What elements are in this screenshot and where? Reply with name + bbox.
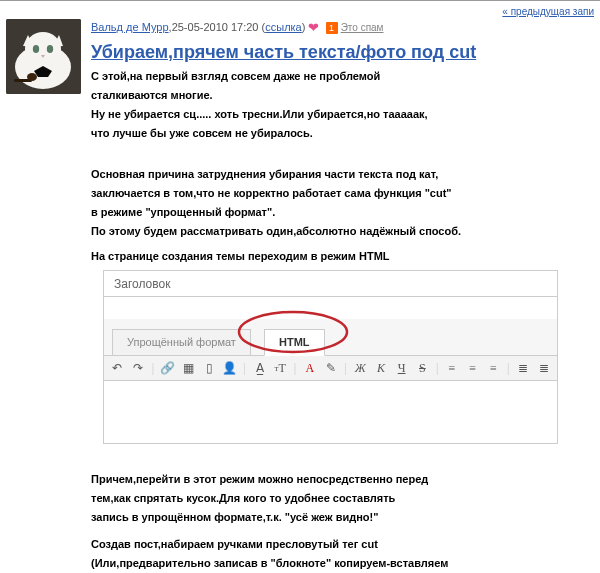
list-ul-icon[interactable]: ≣ (534, 359, 553, 377)
align-center-icon[interactable]: ≡ (463, 359, 482, 377)
font-size-icon[interactable]: тT (271, 359, 290, 377)
hilite-icon[interactable]: ✎ (321, 359, 340, 377)
spam-count-badge: 1 (326, 22, 338, 34)
link-icon[interactable]: 🔗 (158, 359, 177, 377)
tab-html[interactable]: HTML (264, 329, 325, 356)
bold-icon[interactable]: Ж (351, 359, 370, 377)
post-date: ,25-05-2010 17:20 ( (169, 21, 266, 33)
post-meta: Вальд де Мурр,25-05-2010 17:20 (ссылка) … (91, 19, 594, 36)
color-icon[interactable]: A (300, 359, 319, 377)
svg-point-4 (47, 45, 53, 53)
underline-icon[interactable]: Ч (392, 359, 411, 377)
editor-title-input[interactable] (104, 296, 557, 319)
editor-toolbar: ↶ ↷ | 🔗 ▦ ▯ 👤 | A̲ тT | A ✎ | (103, 356, 558, 381)
prev-post-link[interactable]: « предыдущая запи (502, 6, 594, 17)
strike-icon[interactable]: S (413, 359, 432, 377)
post-title-link[interactable]: Убираем,прячем часть текста/фото под cut (91, 42, 476, 62)
post-content: Вальд де Мурр,25-05-2010 17:20 (ссылка) … (91, 19, 594, 573)
editor-canvas[interactable] (103, 381, 558, 444)
page: « предыдущая запи Вальд де Мурр,25-05-20… (0, 0, 600, 573)
editor-title-label: Заголовок (104, 271, 557, 296)
video-icon[interactable]: ▯ (200, 359, 219, 377)
top-nav: « предыдущая запи (6, 6, 594, 17)
post: Вальд де Мурр,25-05-2010 17:20 (ссылка) … (6, 19, 594, 573)
svg-point-3 (33, 45, 39, 53)
italic-icon[interactable]: К (372, 359, 391, 377)
align-right-icon[interactable]: ≡ (484, 359, 503, 377)
spam-link[interactable]: Это спам (341, 22, 384, 33)
editor-screenshot: Заголовок Упрощённый формат HTML ↶ ↷ | (103, 270, 558, 444)
post-title: Убираем,прячем часть текста/фото под cut (91, 42, 594, 63)
editor-title-field: Заголовок (103, 270, 558, 319)
heart-icon[interactable]: ❤ (308, 20, 319, 35)
svg-point-6 (27, 73, 37, 81)
font-icon[interactable]: A̲ (250, 359, 269, 377)
list-ol-icon[interactable]: ≣ (514, 359, 533, 377)
image-icon[interactable]: ▦ (179, 359, 198, 377)
author-link[interactable]: Вальд де Мурр (91, 21, 169, 33)
user-icon[interactable]: 👤 (221, 359, 240, 377)
post-body: С этой,на первый взгляд совсем даже не п… (91, 69, 594, 573)
align-left-icon[interactable]: ≡ (443, 359, 462, 377)
avatar[interactable] (6, 19, 81, 94)
tab-simple[interactable]: Упрощённый формат (112, 329, 251, 356)
undo-icon[interactable]: ↶ (108, 359, 127, 377)
permalink[interactable]: ссылка (265, 21, 302, 33)
redo-icon[interactable]: ↷ (129, 359, 148, 377)
svg-point-2 (25, 32, 61, 66)
editor-tabs: Упрощённый формат HTML (103, 319, 558, 356)
